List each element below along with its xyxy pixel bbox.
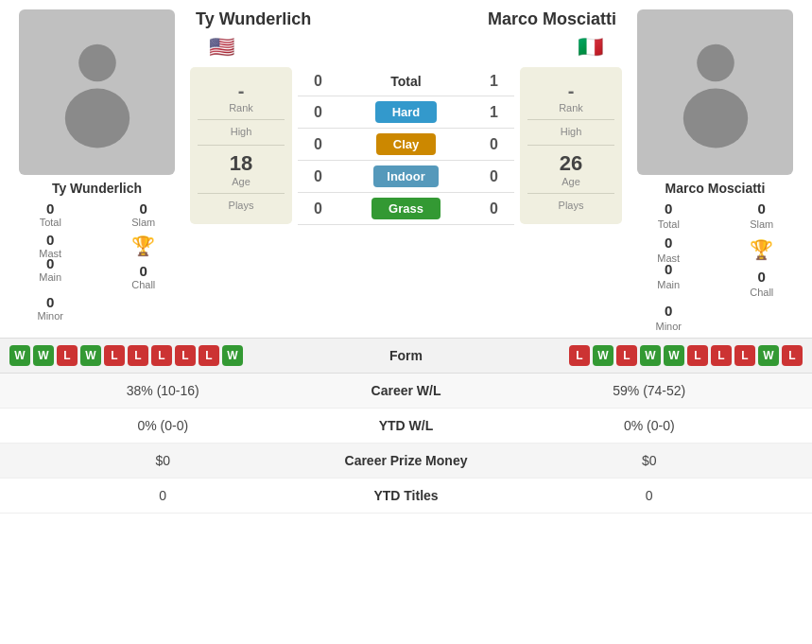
- total-badge: Total: [335, 74, 477, 89]
- form-badge-l: L: [734, 345, 755, 366]
- trophy-icon-right: 🏆: [750, 238, 773, 261]
- p2-score-hard: 1: [477, 104, 510, 121]
- form-badge-l: L: [104, 345, 125, 366]
- player1-flag: 🇺🇸: [209, 35, 234, 60]
- player1-mast-val: 0: [46, 232, 54, 248]
- player1-stat-box: - Rank High 18 Age Plays: [190, 67, 292, 224]
- career-wl-row: 38% (10-16) Career W/L 59% (74-52): [0, 374, 812, 409]
- p2-ytd-wl: 0% (0-0): [501, 418, 799, 433]
- score-row-indoor: 0 Indoor 0: [298, 161, 514, 193]
- form-badge-w: W: [80, 345, 101, 366]
- p2-career-wl: 59% (74-52): [501, 383, 799, 398]
- p1-score-indoor: 0: [302, 168, 335, 185]
- career-prize-label: Career Prize Money: [312, 453, 501, 468]
- p2-score-total: 1: [477, 73, 510, 90]
- player1-age-val: 18: [230, 151, 252, 176]
- hard-badge: Hard: [375, 101, 438, 123]
- form-badge-l: L: [569, 345, 590, 366]
- form-badge-w: W: [9, 345, 30, 366]
- player2-slam-stat: 0 Slam: [721, 200, 803, 231]
- player1-header-name: Ty Wunderlich: [196, 9, 406, 29]
- player2-chall-val: 0: [721, 269, 803, 285]
- score-row-total: 0 Total 1: [298, 67, 514, 96]
- player2-minor-stat: 0 Minor: [628, 303, 710, 333]
- player2-slam-lbl: Slam: [750, 218, 773, 230]
- form-badge-l: L: [199, 345, 219, 366]
- form-badge-l: L: [57, 345, 78, 366]
- p2-career-prize: $0: [501, 453, 799, 468]
- player2-minor-lbl: Minor: [655, 321, 682, 332]
- indoor-badge: Indoor: [373, 165, 438, 187]
- player2-total-val: 0: [628, 200, 710, 217]
- stat-rows: 38% (10-16) Career W/L 59% (74-52) 0% (0…: [0, 374, 812, 513]
- player1-total-lbl: Total: [40, 217, 61, 228]
- player1-name: Ty Wunderlich: [52, 181, 142, 196]
- player2-chall-lbl: Chall: [750, 287, 773, 298]
- player2-rank-val: -: [568, 80, 575, 102]
- player2-age-val: 26: [560, 151, 582, 176]
- player1-form: WWLWLLLLLW: [9, 345, 331, 366]
- p2-ytd-titles: 0: [501, 488, 799, 503]
- form-badge-w: W: [664, 345, 684, 366]
- svg-point-2: [697, 44, 734, 81]
- svg-point-3: [682, 88, 747, 148]
- p1-score-grass: 0: [302, 200, 335, 218]
- svg-point-0: [78, 44, 116, 81]
- form-badge-w: W: [33, 345, 54, 366]
- p2-score-indoor: 0: [477, 168, 510, 185]
- trophy-icon-left: 🏆: [131, 235, 155, 257]
- score-row-hard: 0 Hard 1: [298, 96, 514, 129]
- player1-rank-lbl: Rank: [229, 102, 253, 113]
- player1-chall-val: 0: [140, 263, 147, 279]
- player2-header-name: Marco Mosciatti: [406, 9, 617, 29]
- player2-main-val: 0: [628, 261, 710, 277]
- form-badge-l: L: [128, 345, 148, 366]
- ytd-wl-row: 0% (0-0) YTD W/L 0% (0-0): [0, 409, 812, 444]
- player2-mast-val: 0: [628, 235, 710, 251]
- player1-chall-lbl: Chall: [131, 279, 155, 290]
- p1-career-prize: $0: [14, 453, 312, 468]
- player2-minor-val: 0: [628, 303, 710, 319]
- p1-ytd-titles: 0: [14, 488, 312, 503]
- form-label: Form: [331, 348, 482, 363]
- form-badge-l: L: [151, 345, 172, 366]
- player1-high-lbl: High: [231, 126, 252, 137]
- player2-slam-val: 0: [721, 200, 803, 217]
- p1-score-clay: 0: [302, 136, 335, 153]
- svg-point-1: [64, 88, 129, 148]
- player1-main-val: 0: [46, 255, 54, 271]
- player2-total-stat: 0 Total: [628, 200, 710, 231]
- player2-card: Marco Mosciatti 0 Total 0 Slam 0 Mast 🏆: [628, 9, 803, 333]
- form-badge-w: W: [640, 345, 661, 366]
- ytd-wl-label: YTD W/L: [312, 418, 501, 433]
- player1-chall-stat: 0 Chall: [103, 263, 185, 290]
- player2-high-lbl: High: [561, 126, 582, 137]
- player1-minor-stat: 0 Minor: [9, 294, 92, 322]
- player2-rank-lbl: Rank: [559, 102, 583, 113]
- career-wl-label: Career W/L: [312, 383, 501, 398]
- player1-total-stat: 0 Total: [9, 200, 92, 228]
- player1-slam-lbl: Slam: [131, 217, 155, 228]
- form-badge-l: L: [616, 345, 637, 366]
- player1-slam-val: 0: [140, 200, 147, 217]
- player1-card: Ty Wunderlich 0 Total 0 Slam 0 Mast 🏆: [9, 9, 184, 322]
- player2-main-lbl: Main: [657, 279, 680, 290]
- form-badge-w: W: [758, 345, 779, 366]
- form-badge-l: L: [175, 345, 196, 366]
- p1-score-total: 0: [302, 73, 335, 90]
- player1-trophy: 🏆: [103, 232, 185, 259]
- p2-score-clay: 0: [477, 136, 510, 153]
- player2-plays-lbl: Plays: [559, 200, 584, 211]
- player1-rank-val: -: [238, 80, 245, 102]
- form-badge-l: L: [687, 345, 708, 366]
- p1-ytd-wl: 0% (0-0): [14, 418, 312, 433]
- ytd-titles-row: 0 YTD Titles 0: [0, 479, 812, 513]
- score-row-clay: 0 Clay 0: [298, 129, 514, 161]
- form-badge-w: W: [593, 345, 613, 366]
- player2-total-lbl: Total: [658, 218, 680, 230]
- player2-name: Marco Mosciatti: [665, 181, 766, 196]
- ytd-titles-label: YTD Titles: [312, 488, 501, 503]
- player2-main-stat: 0 Main: [628, 261, 710, 299]
- player2-chall-stat: 0 Chall: [721, 269, 803, 299]
- score-lines: 0 Total 1 0 Hard 1 0 Clay 0: [298, 67, 514, 225]
